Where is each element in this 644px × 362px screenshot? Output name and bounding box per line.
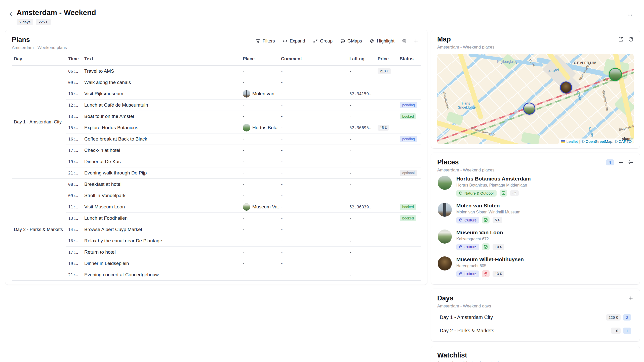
plan-price <box>376 179 398 190</box>
map-canvas[interactable]: Leaflet | © OpenStreetMap, © CARTO CENTR… <box>437 54 634 144</box>
plan-row[interactable]: 09:30Stroll in Vondelpark--- <box>12 190 421 201</box>
day-row[interactable]: Day 1 - Amsterdam City 225 € 2 <box>437 311 634 324</box>
back-button[interactable] <box>8 11 14 18</box>
plan-latlng: - <box>347 66 376 77</box>
plan-row[interactable]: 14:30Browse Albert Cuyp Market--- <box>12 224 421 235</box>
expand-button[interactable]: Expand <box>280 37 308 45</box>
plus-icon <box>628 295 634 301</box>
day-row[interactable]: Day 2 - Parks & Markets - € 1 <box>437 324 634 337</box>
column-header-place[interactable]: Place <box>241 54 279 66</box>
plan-row[interactable]: 13:00Lunch at Foodhallen---booked <box>12 213 421 224</box>
plan-latlng: - <box>347 247 376 258</box>
plan-comment: - <box>279 190 347 201</box>
plan-row[interactable]: 16:00Relax by the canal near De Plantage… <box>12 235 421 247</box>
map-marker-garden[interactable] <box>609 68 622 81</box>
column-header-comment[interactable]: Comment <box>279 54 347 66</box>
plan-place: - <box>241 167 279 179</box>
plan-status: pending <box>398 100 421 111</box>
column-header-status[interactable]: Status <box>398 54 421 66</box>
plan-row[interactable]: 12:00Lunch at Café de Museumtuin---pendi… <box>12 100 421 111</box>
filters-button[interactable]: Filters <box>253 37 277 45</box>
place-item[interactable]: Museum Van Loon Keizersgracht 672 Cultur… <box>437 227 634 253</box>
plan-comment: - <box>279 213 347 224</box>
map-refresh-button[interactable] <box>628 36 634 42</box>
group-button[interactable]: Group <box>310 37 335 45</box>
map-subtitle: Amsterdam - Weekend places <box>437 45 494 50</box>
column-header-text[interactable]: Text <box>82 54 241 66</box>
highlight-button[interactable]: Highlight <box>367 37 397 45</box>
plan-row[interactable]: 09:30Walk along the canals--- <box>12 77 421 88</box>
places-list-view-button[interactable] <box>628 160 634 165</box>
place-item[interactable]: Museum Willet-Holthuysen Herengracht 605… <box>437 253 634 280</box>
plan-time: 13:30 <box>66 111 82 122</box>
plans-title: Plans <box>12 36 67 44</box>
expand-icon <box>283 38 288 44</box>
map-marker-interior[interactable] <box>560 81 572 94</box>
leaflet-link[interactable]: Leaflet <box>567 139 578 144</box>
place-item[interactable]: Molen van Sloten Molen van Sloten Windmi… <box>437 200 634 227</box>
plan-time: 06:00 <box>66 66 82 77</box>
add-place-button[interactable] <box>618 160 624 165</box>
column-header-price[interactable]: Price <box>376 54 398 66</box>
plan-row[interactable]: 16:30Coffee break at Back to Black---pen… <box>12 133 421 145</box>
day-price-badge: 225 € <box>606 314 621 321</box>
plan-row[interactable]: Day 2 - Parks & Markets08:30Breakfast at… <box>12 179 421 190</box>
gmaps-button[interactable]: GMaps <box>338 37 365 45</box>
map-road-nassaukade <box>454 54 484 120</box>
plan-row[interactable]: 15:00Explore Hortus BotanicusHortus Bota… <box>12 122 421 133</box>
column-header-day[interactable]: Day <box>12 54 66 66</box>
plan-time: 21:30 <box>66 167 82 179</box>
column-header-latlng[interactable]: LatLng <box>347 54 376 66</box>
osm-link[interactable]: © OpenStreetMap, <box>582 139 613 144</box>
plan-place: - <box>241 111 279 122</box>
more-menu-button[interactable] <box>627 12 633 19</box>
print-button[interactable] <box>399 37 409 45</box>
plan-time: 08:30 <box>66 179 82 190</box>
map-marker-mansion[interactable] <box>523 103 535 115</box>
days-subtitle: Amsterdam - Weekend days <box>437 304 491 309</box>
plan-comment: - <box>279 247 347 258</box>
column-header-time[interactable]: Time <box>66 54 82 66</box>
day-label: Day 1 - Amsterdam City <box>440 314 493 320</box>
add-button[interactable] <box>411 37 421 45</box>
plan-text: Relax by the canal near De Plantage <box>82 235 241 247</box>
map-fullscreen-button[interactable] <box>618 36 624 42</box>
plan-price <box>376 77 398 88</box>
plan-text: Dinner at De Kas <box>82 156 241 167</box>
plan-row[interactable]: 19:00Dinner at De Kas--- <box>12 156 421 167</box>
plan-row[interactable]: 21:30Evening walk through De Pijp---opti… <box>12 167 421 179</box>
day-group-label: Day 2 - Parks & Markets <box>12 179 66 281</box>
day-count-badge: 2 <box>623 314 631 321</box>
plan-row[interactable]: 10:00Visit RijksmuseumMolen van …-52.341… <box>12 88 421 100</box>
plans-table: DayTimeTextPlaceCommentLatLngPriceStatus… <box>12 54 421 281</box>
add-day-button[interactable] <box>628 295 634 301</box>
plan-text: Walk along the canals <box>82 77 241 88</box>
plan-place: - <box>241 77 279 88</box>
plan-time: 13:00 <box>66 213 82 224</box>
plan-row[interactable]: 11:00Visit Museum LoonMuseum Va…-52.3633… <box>12 201 421 213</box>
plan-place: - <box>241 66 279 77</box>
plan-latlng: 52.36695,… <box>347 122 376 133</box>
plan-status <box>398 247 421 258</box>
cube-icon <box>459 245 463 249</box>
places-panel: Places Amsterdam - Weekend places 4 <box>431 153 640 285</box>
plan-price <box>376 269 398 281</box>
plan-place: - <box>241 235 279 247</box>
plan-row[interactable]: 17:30Check-in at hotel--- <box>12 145 421 156</box>
plan-row[interactable]: 19:00Dinner in Leidseplein--- <box>12 258 421 269</box>
carto-link[interactable]: © CARTO <box>615 139 632 144</box>
plan-row[interactable]: Day 1 - Amsterdam City06:00Travel to AMS… <box>12 66 421 77</box>
gmaps-label: GMaps <box>347 38 362 44</box>
plan-row[interactable]: 13:30Boat tour on the Amstel---booked <box>12 111 421 122</box>
plan-price <box>376 156 398 167</box>
expand-label: Expand <box>290 38 305 44</box>
place-item[interactable]: Hortus Botanicus Amsterdam Hortus Botani… <box>437 173 634 200</box>
plan-time: 10:00 <box>66 88 82 100</box>
page-header: Amsterdam - Weekend 2 days 225 € <box>5 5 640 30</box>
plan-comment: - <box>279 201 347 213</box>
filters-label: Filters <box>263 38 275 44</box>
plan-latlng: - <box>347 258 376 269</box>
plan-status <box>398 269 421 281</box>
plan-row[interactable]: 21:00Evening concert at Concertgebouw--- <box>12 269 421 281</box>
plan-row[interactable]: 17:30Return to hotel--- <box>12 247 421 258</box>
